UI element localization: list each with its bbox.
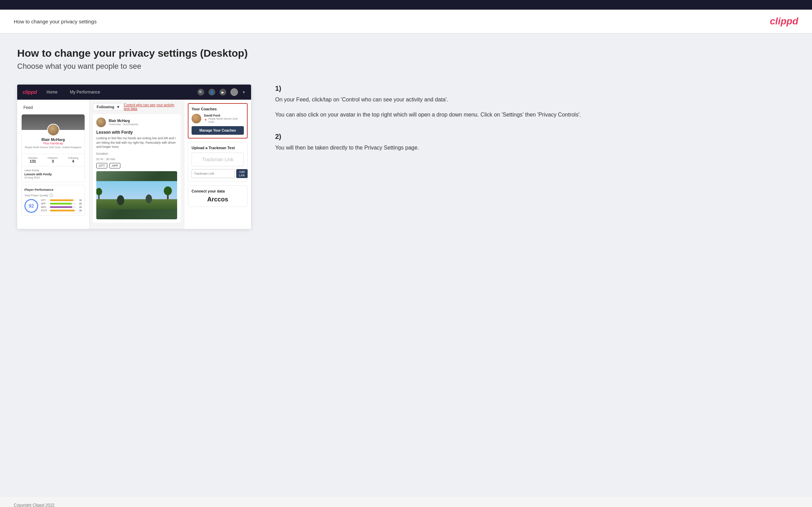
bar-ott: OTT 90 [41,199,82,201]
app-feed: Following ▼ Control who can see your act… [89,100,184,229]
bar-arg: ARG 86 [41,206,82,208]
following-button[interactable]: Following ▼ [93,103,124,111]
step1-number: 1) [275,85,788,92]
page-subheading: Choose what you want people to see [17,62,795,71]
profile-club: Royal North Devon Golf Club, United King… [24,146,82,149]
app-sidebar: Feed Blair McHarg Plus Handicap Royal No… [17,100,89,229]
coach-avatar [192,114,201,123]
coaches-section: Your Coaches David Ford 📍 Royal North De… [188,103,248,139]
stat-activities-value: 131 [28,159,38,163]
info-icon: i [50,194,53,197]
tpq-label: Total Player Quality i [24,194,82,197]
trackman-title: Upload a Trackman Test [192,146,244,150]
nav-home[interactable]: Home [44,90,60,95]
stat-following: Following 4 [68,157,78,163]
post-card: Blair McHarg Yesterday · Sunningdale Les… [93,114,181,223]
stat-activities: Activities 131 [28,157,38,163]
manage-coaches-button[interactable]: Manage Your Coaches [192,126,244,135]
step2-number: 2) [275,133,788,141]
svg-point-2 [117,195,124,205]
coach-club: 📍 Royal North Devon Golf Club [204,117,244,123]
coach-name: David Ford [204,114,244,117]
post-image-svg [96,171,177,219]
stat-following-value: 4 [68,159,78,163]
svg-point-5 [164,186,172,195]
step2-text: You will then be taken directly to the P… [275,143,788,152]
trackman-input[interactable] [192,169,235,178]
coach-info: David Ford 📍 Royal North Devon Golf Club [204,114,244,123]
trackman-input-row: Add Link [192,169,244,178]
connect-title: Connect your data [192,189,244,193]
logo: clippd [770,16,798,27]
profile-card: Blair McHarg Plus Handicap Royal North D… [21,114,85,182]
player-performance: Player Performance Total Player Quality … [21,185,85,216]
post-user-name: Blair McHarg [109,119,138,123]
stat-followers-value: 3 [48,159,58,163]
page-heading: How to change your privacy settings (Des… [17,47,795,59]
latest-activity-name: Lesson with Fordy [24,173,82,176]
stat-following-label: Following [68,157,78,159]
stat-activities-label: Activities [28,157,38,159]
post-title: Lesson with Fordy [96,130,177,135]
control-privacy-link[interactable]: Control who can see your activity and da… [124,103,181,111]
profile-handicap: Plus Handicap [24,142,82,145]
coaches-wrapper: Your Coaches David Ford 📍 Royal North De… [188,103,248,139]
profile-stats: Activities 131 Followers 3 Following 4 [22,154,85,166]
nav-my-performance[interactable]: My Performance [67,90,103,95]
post-avatar [96,118,106,127]
search-icon[interactable]: 🔍 [197,89,204,96]
feed-label: Feed [21,104,85,111]
step1-text2: You can also click on your avatar in the… [275,110,788,119]
stat-followers: Followers 3 [48,157,58,163]
profile-name: Blair McHarg [24,137,82,142]
app-mockup: clippd Home My Performance 🔍 👤 ▶ ▼ Feed [17,85,251,229]
avatar[interactable] [230,88,238,96]
coaches-title: Your Coaches [192,107,244,111]
svg-rect-1 [96,199,177,209]
header-title: How to change your privacy settings [14,19,97,24]
bar-putt: PUTT 96 [41,209,82,212]
coach-item: David Ford 📍 Royal North Devon Golf Club [192,114,244,123]
instructions-panel: 1) On your Feed, click/tap on 'Control w… [268,85,795,166]
tpq-content: 92 OTT 90 APP 85 [24,199,82,213]
latest-activity-label: Latest Activity [24,169,82,172]
arccos-logo: Arccos [192,196,244,203]
app-nav: clippd Home My Performance 🔍 👤 ▶ ▼ [17,85,251,100]
content-layout: clippd Home My Performance 🔍 👤 ▶ ▼ Feed [17,85,795,229]
latest-activity: Latest Activity Lesson with Fordy 03 Aug… [22,166,85,182]
tag-ott: OTT [96,163,107,168]
top-bar [0,0,812,10]
latest-activity-date: 03 Aug 2022 [24,176,82,179]
compass-icon[interactable]: ▶ [219,89,226,96]
perf-bars: OTT 90 APP 85 ARG [41,199,82,213]
profile-banner [22,114,85,130]
post-user-info: Blair McHarg Yesterday · Sunningdale [109,119,138,126]
location-icon: 📍 [204,119,207,122]
post-header: Blair McHarg Yesterday · Sunningdale [96,118,177,127]
perf-title: Player Performance [24,188,82,191]
person-icon[interactable]: 👤 [208,89,215,96]
copyright-text: Copyright Clippd 2022 [14,503,55,507]
profile-avatar-image [48,124,59,135]
tag-app: APP [109,163,120,168]
trackman-placeholder: Trackman Link [202,157,233,162]
app-right-panel: Your Coaches David Ford 📍 Royal North De… [184,100,251,229]
score-circle: 92 [24,199,38,213]
svg-point-3 [145,194,152,203]
instruction-step2: 2) You will then be taken directly to th… [275,133,788,152]
following-bar: Following ▼ Control who can see your act… [93,103,181,111]
trackman-section: Upload a Trackman Test Trackman Link Add… [188,142,248,182]
profile-avatar [47,124,59,136]
post-image [96,171,177,219]
trackman-add-button[interactable]: Add Link [236,169,248,178]
post-meta: Yesterday · Sunningdale [109,123,138,126]
app-logo: clippd [23,89,37,95]
step1-text: On your Feed, click/tap on 'Control who … [275,95,788,104]
connect-section: Connect your data Arccos [188,185,248,207]
post-tags: OTT APP [96,163,177,168]
app-body: Feed Blair McHarg Plus Handicap Royal No… [17,100,251,229]
footer: Copyright Clippd 2022 [0,496,812,507]
post-duration-value: 01 hr : 30 min [96,157,177,161]
bar-app: APP 85 [41,202,82,205]
stat-followers-label: Followers [48,157,58,159]
